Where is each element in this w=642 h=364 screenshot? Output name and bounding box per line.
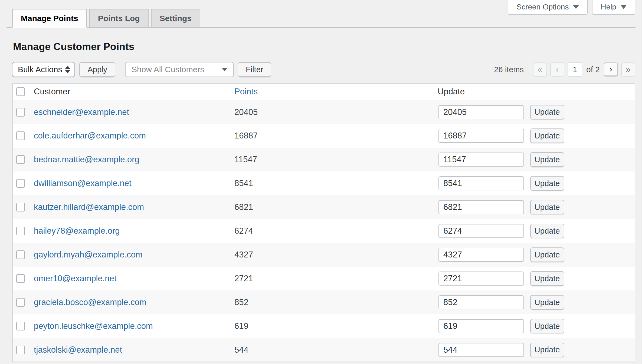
row-checkbox[interactable]	[16, 108, 25, 117]
points-value: 16887	[229, 124, 438, 148]
next-page-button[interactable]: ›	[604, 62, 618, 77]
tab-points-log[interactable]: Points Log	[89, 9, 149, 28]
prev-page-button[interactable]: ‹	[550, 62, 564, 77]
table-row: dwilliamson@example.net 8541 Update	[13, 171, 635, 195]
row-checkbox[interactable]	[16, 250, 25, 259]
filter-button[interactable]: Filter	[238, 62, 271, 77]
chevron-down-icon	[222, 68, 227, 71]
screen-meta-links: Screen Options Help	[508, 0, 635, 15]
customer-filter-select[interactable]: Show All Customers	[125, 62, 234, 77]
customer-email-link[interactable]: omer10@example.net	[34, 274, 116, 283]
update-button[interactable]: Update	[530, 128, 564, 143]
table-header-row: Customer Points Update	[13, 83, 635, 100]
screen-options-label: Screen Options	[516, 3, 569, 11]
select-stepper-icon	[65, 66, 70, 73]
row-checkbox[interactable]	[16, 203, 25, 211]
points-value: 6821	[229, 195, 438, 219]
points-value: 20405	[229, 100, 438, 124]
customer-email-link[interactable]: hailey78@example.org	[34, 226, 120, 236]
points-input[interactable]	[438, 248, 524, 262]
points-input[interactable]	[438, 153, 524, 167]
last-page-button[interactable]: »	[621, 62, 635, 77]
current-page-input[interactable]	[568, 62, 582, 77]
table-row: gaylord.myah@example.com 4327 Update	[13, 243, 635, 267]
update-button[interactable]: Update	[530, 176, 564, 191]
apply-button[interactable]: Apply	[79, 62, 115, 77]
table-row: tjaskolski@example.net 544 Update	[13, 338, 635, 362]
customer-points-table: Customer Points Update eschneider@exampl…	[12, 83, 635, 362]
row-checkbox[interactable]	[16, 274, 25, 283]
table-row: eschneider@example.net 20405 Update	[13, 100, 635, 124]
bulk-actions-select[interactable]: Bulk Actions	[12, 62, 75, 77]
table-row: graciela.bosco@example.com 852 Update	[13, 290, 635, 314]
row-checkbox[interactable]	[16, 179, 25, 188]
update-button[interactable]: Update	[530, 152, 564, 167]
pagination: 26 items « ‹ of 2 › »	[494, 62, 635, 77]
chevron-down-icon	[573, 5, 579, 9]
points-value: 852	[229, 290, 438, 314]
points-input[interactable]	[438, 343, 524, 357]
row-checkbox[interactable]	[16, 298, 25, 307]
chevron-down-icon	[621, 5, 627, 9]
bulk-actions-value: Bulk Actions	[18, 65, 62, 74]
table-toolbar: Bulk Actions Apply Show All Customers Fi…	[12, 62, 635, 77]
row-checkbox[interactable]	[16, 322, 25, 330]
column-header-customer: Customer	[33, 83, 229, 100]
update-button[interactable]: Update	[530, 247, 564, 262]
customer-email-link[interactable]: dwilliamson@example.net	[34, 178, 132, 188]
points-value: 6274	[229, 219, 438, 243]
update-button[interactable]: Update	[530, 343, 564, 357]
update-button[interactable]: Update	[530, 200, 564, 214]
table-row: omer10@example.net 2721 Update	[13, 267, 635, 290]
update-button[interactable]: Update	[530, 224, 564, 238]
customer-filter-value: Show All Customers	[132, 65, 204, 74]
help-button[interactable]: Help	[592, 0, 635, 15]
points-input[interactable]	[438, 319, 524, 333]
table-row: peyton.leuschke@example.com 619 Update	[13, 314, 635, 338]
customer-email-link[interactable]: peyton.leuschke@example.com	[34, 321, 153, 331]
help-label: Help	[601, 3, 616, 11]
points-input[interactable]	[438, 224, 524, 238]
points-value: 544	[229, 338, 438, 362]
items-count: 26 items	[494, 65, 524, 74]
row-checkbox[interactable]	[16, 131, 25, 140]
tab-settings[interactable]: Settings	[151, 9, 200, 28]
total-pages-label: of 2	[586, 65, 600, 74]
update-button[interactable]: Update	[530, 319, 564, 333]
row-checkbox[interactable]	[16, 155, 25, 164]
page-title: Manage Customer Points	[13, 41, 134, 52]
customer-email-link[interactable]: tjaskolski@example.net	[34, 345, 122, 355]
points-value: 619	[229, 314, 438, 338]
points-value: 2721	[229, 267, 438, 290]
update-button[interactable]: Update	[530, 271, 564, 286]
points-input[interactable]	[438, 105, 524, 119]
table-row: cole.aufderhar@example.com 16887 Update	[13, 124, 635, 148]
points-input[interactable]	[438, 295, 524, 309]
points-input[interactable]	[438, 129, 524, 143]
tab-manage-points[interactable]: Manage Points	[12, 9, 87, 28]
table-row: bednar.mattie@example.org 11547 Update	[13, 148, 635, 171]
points-value: 11547	[229, 148, 438, 171]
screen-options-button[interactable]: Screen Options	[508, 0, 588, 15]
customer-email-link[interactable]: gaylord.myah@example.com	[34, 250, 143, 259]
table-row: kautzer.hillard@example.com 6821 Update	[13, 195, 635, 219]
points-input[interactable]	[438, 272, 524, 286]
toolbar-actions: Bulk Actions Apply Show All Customers Fi…	[12, 62, 271, 77]
table-row: hailey78@example.org 6274 Update	[13, 219, 635, 243]
update-button[interactable]: Update	[530, 105, 564, 120]
column-header-update: Update	[438, 83, 635, 100]
select-all-checkbox[interactable]	[16, 87, 25, 96]
update-button[interactable]: Update	[530, 295, 564, 310]
column-header-points-sort[interactable]: Points	[234, 87, 258, 96]
row-checkbox[interactable]	[16, 227, 25, 235]
points-input[interactable]	[438, 200, 524, 214]
first-page-button[interactable]: «	[533, 62, 547, 77]
points-input[interactable]	[438, 176, 524, 190]
customer-email-link[interactable]: eschneider@example.net	[34, 107, 129, 117]
points-value: 8541	[229, 171, 438, 195]
customer-email-link[interactable]: graciela.bosco@example.com	[34, 297, 146, 307]
customer-email-link[interactable]: cole.aufderhar@example.com	[34, 131, 146, 140]
customer-email-link[interactable]: bednar.mattie@example.org	[34, 155, 139, 164]
row-checkbox[interactable]	[16, 346, 25, 354]
customer-email-link[interactable]: kautzer.hillard@example.com	[34, 202, 144, 212]
